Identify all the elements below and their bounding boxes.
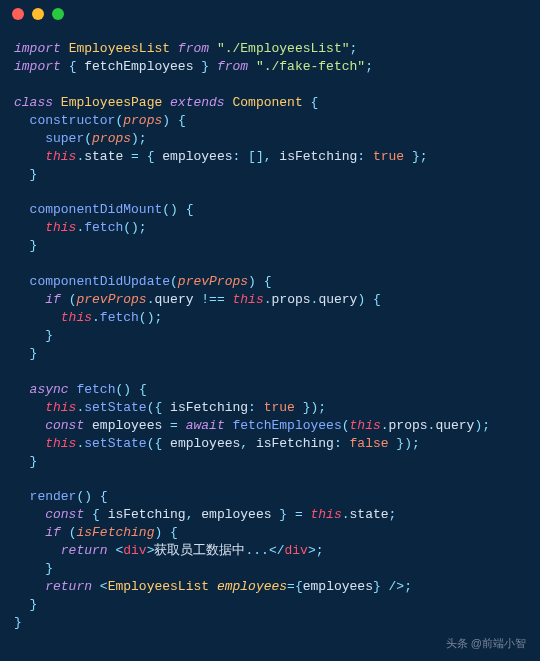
brace: { <box>178 113 186 128</box>
this: this <box>61 310 92 325</box>
dot: . <box>264 292 272 307</box>
code-block: import EmployeesList from "./EmployeesLi… <box>0 28 540 640</box>
paren: ( <box>84 131 92 146</box>
identifier: employees <box>92 418 162 433</box>
paren: }); <box>389 436 420 451</box>
this: this <box>350 418 381 433</box>
kw-if: if <box>45 525 61 540</box>
colon: : <box>334 436 350 451</box>
key: isFetching <box>279 149 357 164</box>
dot: . <box>381 418 389 433</box>
op: = <box>123 149 146 164</box>
paren: () <box>115 382 131 397</box>
identifier: employees <box>303 579 373 594</box>
dot: . <box>92 310 100 325</box>
brace: { <box>295 579 303 594</box>
param: props <box>123 113 162 128</box>
brace: { <box>186 202 194 217</box>
dots: ... <box>245 543 268 558</box>
kw-await: await <box>186 418 225 433</box>
brace: } <box>14 615 22 630</box>
jsx-tag: div <box>123 543 146 558</box>
prop: state <box>84 149 123 164</box>
brace: { <box>69 59 85 74</box>
jsx-text: 获取员工数据中 <box>154 543 245 558</box>
brace: } <box>272 507 288 522</box>
array: [] <box>248 149 264 164</box>
param: props <box>92 131 131 146</box>
string: "./fake-fetch" <box>256 59 365 74</box>
paren: ) <box>357 292 365 307</box>
prop: query <box>154 292 193 307</box>
brace: } <box>30 454 38 469</box>
prop: query <box>318 292 357 307</box>
punc: ; <box>350 41 358 56</box>
kw-from: from <box>178 41 209 56</box>
brace: } <box>373 579 381 594</box>
jsx-component: EmployeesList <box>108 579 209 594</box>
method: constructor <box>30 113 116 128</box>
kw-extends: extends <box>170 95 225 110</box>
kw-const: const <box>45 418 84 433</box>
paren: ) <box>154 525 162 540</box>
code-window: import EmployeesList from "./EmployeesLi… <box>0 0 540 661</box>
key: employees <box>162 149 232 164</box>
classname: EmployeesPage <box>61 95 162 110</box>
angle: < <box>100 579 108 594</box>
paren: ({ <box>147 436 170 451</box>
paren: ( <box>342 418 350 433</box>
this: this <box>311 507 342 522</box>
kw-import: import <box>14 59 61 74</box>
prop: state <box>350 507 389 522</box>
kw-async: async <box>30 382 69 397</box>
close: />; <box>381 579 412 594</box>
comma: , <box>186 507 202 522</box>
brace: { <box>311 95 319 110</box>
key: isFetching <box>170 400 248 415</box>
key: isFetching <box>256 436 334 451</box>
this: this <box>45 436 76 451</box>
method: componentDidMount <box>30 202 163 217</box>
brace: { <box>373 292 381 307</box>
kw-return: return <box>61 543 108 558</box>
op: !== <box>194 292 233 307</box>
op: = <box>162 418 185 433</box>
comma: , <box>240 436 256 451</box>
key: employees <box>170 436 240 451</box>
paren: ) <box>162 113 170 128</box>
method: componentDidUpdate <box>30 274 170 289</box>
call: (); <box>139 310 162 325</box>
param: prevProps <box>178 274 248 289</box>
watermark: 头条 @前端小智 <box>446 636 526 651</box>
minimize-icon[interactable] <box>32 8 44 20</box>
paren: }); <box>295 400 326 415</box>
kw-const: const <box>45 507 84 522</box>
colon: : <box>248 400 264 415</box>
kw-if: if <box>45 292 61 307</box>
fn-call: fetchEmployees <box>233 418 342 433</box>
brace: { <box>100 489 108 504</box>
brace: { <box>264 274 272 289</box>
close-icon[interactable] <box>12 8 24 20</box>
paren: ) <box>248 274 256 289</box>
colon: : <box>233 149 249 164</box>
angle: >; <box>308 543 324 558</box>
identifier: isFetching <box>108 507 186 522</box>
bool: true <box>264 400 295 415</box>
op: = <box>287 507 310 522</box>
super: super <box>45 131 84 146</box>
method: fetch <box>100 310 139 325</box>
method: fetch <box>84 220 123 235</box>
identifier: prevProps <box>76 292 146 307</box>
punc: ; <box>365 59 373 74</box>
jsx-attr: employees <box>217 579 287 594</box>
identifier: employees <box>201 507 271 522</box>
method: setState <box>84 400 146 415</box>
method: setState <box>84 436 146 451</box>
angle: </ <box>269 543 285 558</box>
string: "./EmployeesList" <box>217 41 350 56</box>
prop: query <box>435 418 474 433</box>
kw-import: import <box>14 41 61 56</box>
maximize-icon[interactable] <box>52 8 64 20</box>
brace: { <box>170 525 178 540</box>
